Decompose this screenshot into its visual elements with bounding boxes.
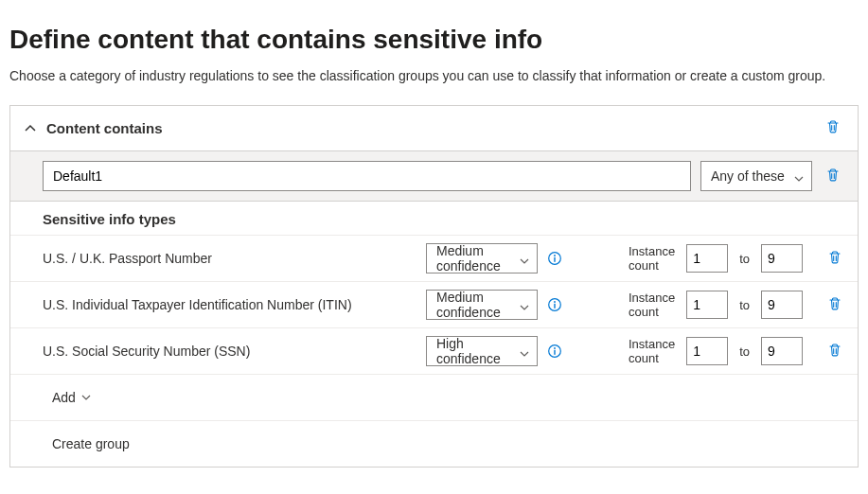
delete-section-button[interactable]: [822, 115, 844, 141]
create-group-button[interactable]: Create group: [52, 436, 130, 451]
confidence-label: High confidence: [436, 336, 512, 366]
trash-icon: [827, 250, 842, 268]
chevron-down-icon: [81, 390, 91, 405]
instance-count-max-input[interactable]: [761, 337, 803, 365]
confidence-dropdown[interactable]: High confidence: [426, 336, 538, 366]
chevron-down-icon: [520, 346, 529, 356]
sensitive-info-types-header: Sensitive info types: [10, 202, 858, 236]
instance-count-min-input[interactable]: [686, 291, 728, 319]
confidence-label: Medium confidence: [436, 243, 512, 273]
svg-point-0: [549, 253, 561, 265]
svg-point-4: [554, 301, 556, 303]
instance-count-label: Instance count: [629, 244, 675, 273]
instance-count-label: Instance count: [629, 291, 675, 319]
match-mode-label: Any of these: [711, 168, 785, 184]
svg-point-1: [554, 255, 556, 256]
confidence-dropdown[interactable]: Medium confidence: [426, 243, 538, 273]
page-title: Define content that contains sensitive i…: [9, 25, 859, 55]
sensitive-info-row: U.S. Social Security Number (SSN) High c…: [10, 328, 858, 375]
sensitive-info-name: U.S. Social Security Number (SSN): [43, 344, 416, 359]
info-icon[interactable]: [547, 251, 562, 266]
instance-count-max-input[interactable]: [761, 244, 803, 273]
svg-rect-8: [554, 350, 555, 355]
svg-point-3: [549, 299, 561, 311]
to-label: to: [739, 298, 750, 312]
svg-rect-5: [554, 304, 555, 309]
page-subtitle: Choose a category of industry regulation…: [9, 66, 859, 86]
content-contains-panel: Content contains Any of these Sensitive …: [9, 105, 859, 468]
section-title: Content contains: [46, 120, 822, 136]
sensitive-info-row: U.S. / U.K. Passport Number Medium confi…: [10, 236, 858, 282]
collapse-chevron-icon[interactable]: [24, 122, 37, 135]
instance-count-max-input[interactable]: [761, 291, 803, 319]
sensitive-info-row: U.S. Individual Taxpayer Identification …: [10, 282, 858, 328]
group-name-input[interactable]: [43, 161, 691, 191]
svg-point-6: [549, 345, 561, 358]
svg-point-7: [554, 347, 556, 349]
trash-icon: [827, 296, 842, 314]
trash-icon: [825, 168, 841, 185]
delete-row-button[interactable]: [824, 246, 846, 272]
instance-count-min-input[interactable]: [686, 244, 728, 273]
info-icon[interactable]: [547, 297, 562, 312]
chevron-down-icon: [520, 254, 529, 263]
sensitive-info-name: U.S. / U.K. Passport Number: [43, 251, 416, 266]
instance-count-label: Instance count: [629, 337, 675, 365]
add-button[interactable]: Add: [52, 386, 91, 409]
svg-rect-2: [554, 257, 555, 262]
confidence-dropdown[interactable]: Medium confidence: [426, 290, 538, 320]
delete-row-button[interactable]: [824, 292, 846, 318]
trash-icon: [827, 343, 842, 361]
chevron-down-icon: [520, 300, 529, 309]
to-label: to: [739, 252, 750, 266]
sensitive-info-name: U.S. Individual Taxpayer Identification …: [43, 297, 416, 312]
chevron-down-icon: [794, 171, 804, 181]
instance-count-min-input[interactable]: [686, 337, 728, 365]
confidence-label: Medium confidence: [436, 290, 512, 320]
info-icon[interactable]: [547, 344, 562, 359]
add-label: Add: [52, 390, 76, 405]
match-mode-dropdown[interactable]: Any of these: [700, 161, 812, 191]
delete-row-button[interactable]: [824, 339, 846, 364]
delete-group-button[interactable]: [822, 164, 844, 189]
trash-icon: [825, 119, 841, 137]
to-label: to: [739, 344, 750, 359]
